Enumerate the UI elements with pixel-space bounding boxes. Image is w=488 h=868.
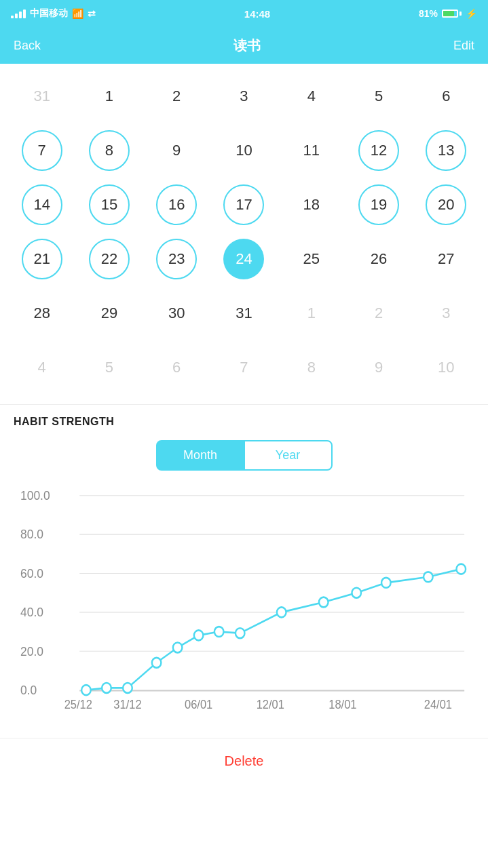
svg-text:80.0: 80.0 [20, 527, 43, 542]
calendar-day-number: 8 [89, 130, 130, 171]
svg-point-22 [319, 597, 329, 608]
calendar-cell[interactable]: 31 [8, 71, 75, 122]
calendar-cell[interactable]: 14 [8, 179, 75, 231]
calendar-cell[interactable]: 20 [413, 179, 480, 231]
nav-title: 读书 [233, 37, 261, 55]
calendar-cell[interactable]: 23 [143, 233, 210, 285]
svg-point-23 [352, 588, 361, 598]
calendar-cell[interactable]: 25 [278, 233, 345, 285]
calendar-day-number: 10 [223, 130, 264, 171]
calendar-cell[interactable]: 17 [210, 179, 278, 231]
calendar-cell[interactable]: 2 [143, 71, 210, 122]
calendar-cell[interactable]: 2 [345, 288, 412, 339]
calendar-cell[interactable]: 7 [8, 125, 75, 176]
svg-text:12/01: 12/01 [257, 698, 284, 712]
status-bar: 中国移动 📶 ⇄ 14:48 81% ⚡ [0, 0, 488, 27]
calendar-cell[interactable]: 28 [8, 288, 75, 339]
calendar-day-number: 27 [426, 239, 466, 279]
calendar-day-number: 15 [89, 184, 130, 225]
calendar-day-number: 12 [358, 130, 399, 171]
calendar-day-number: 6 [156, 347, 197, 388]
calendar: 3112345678910111213141516171819202122232… [0, 64, 488, 393]
calendar-cell[interactable]: 8 [278, 342, 345, 393]
calendar-cell[interactable]: 13 [413, 125, 480, 176]
calendar-cell[interactable]: 8 [75, 125, 143, 176]
back-button[interactable]: Back [14, 39, 41, 53]
calendar-day-number: 26 [358, 239, 399, 279]
calendar-cell[interactable]: 4 [278, 71, 345, 122]
svg-point-19 [214, 627, 224, 637]
calendar-day-number: 11 [291, 130, 332, 171]
svg-point-26 [457, 564, 466, 574]
calendar-day-number: 16 [156, 184, 197, 225]
calendar-day-number: 17 [223, 184, 264, 225]
battery-icon [442, 9, 462, 18]
calendar-cell[interactable]: 6 [143, 342, 210, 393]
wifi-icon: 📶 [72, 8, 83, 19]
charge-icon: ⚡ [466, 8, 477, 19]
calendar-cell[interactable]: 30 [143, 288, 210, 339]
calendar-cell[interactable]: 26 [345, 233, 412, 285]
nav-bar: Back 读书 Edit [0, 27, 488, 64]
calendar-day-number: 30 [156, 293, 197, 334]
calendar-day-number: 18 [291, 184, 332, 225]
calendar-cell[interactable]: 27 [413, 233, 480, 285]
calendar-day-number: 13 [426, 130, 466, 171]
svg-text:60.0: 60.0 [20, 566, 43, 580]
calendar-day-number: 28 [22, 293, 62, 334]
calendar-cell[interactable]: 4 [8, 342, 75, 393]
calendar-day-number: 24 [223, 239, 264, 279]
svg-text:0.0: 0.0 [20, 682, 37, 697]
calendar-cell[interactable]: 19 [345, 179, 412, 231]
svg-point-14 [102, 683, 111, 693]
status-left: 中国移动 📶 ⇄ [11, 7, 96, 20]
calendar-cell[interactable]: 21 [8, 233, 75, 285]
svg-point-24 [381, 578, 391, 588]
calendar-cell[interactable]: 1 [75, 71, 143, 122]
signal-icon [11, 9, 26, 18]
toggle-year-button[interactable]: Year [244, 440, 333, 471]
calendar-cell[interactable]: 11 [278, 125, 345, 176]
calendar-cell[interactable]: 10 [210, 125, 278, 176]
svg-point-15 [123, 683, 132, 693]
calendar-day-number: 9 [156, 130, 197, 171]
calendar-day-number: 19 [358, 184, 399, 225]
calendar-cell[interactable]: 18 [278, 179, 345, 231]
edit-button[interactable]: Edit [453, 39, 474, 53]
svg-text:31/12: 31/12 [113, 698, 141, 712]
calendar-cell[interactable]: 16 [143, 179, 210, 231]
calendar-cell[interactable]: 9 [143, 125, 210, 176]
calendar-cell[interactable]: 22 [75, 233, 143, 285]
calendar-day-number: 10 [426, 347, 466, 388]
svg-text:18/01: 18/01 [329, 698, 356, 712]
calendar-day-number: 7 [223, 347, 264, 388]
calendar-day-number: 29 [89, 293, 130, 334]
calendar-day-number: 9 [358, 347, 399, 388]
delete-section: Delete [0, 738, 488, 784]
calendar-cell[interactable]: 31 [210, 288, 278, 339]
calendar-cell[interactable]: 9 [345, 342, 412, 393]
calendar-day-number: 31 [22, 76, 62, 117]
calendar-cell[interactable]: 24 [210, 233, 278, 285]
calendar-cell[interactable]: 1 [278, 288, 345, 339]
calendar-cell[interactable]: 10 [413, 342, 480, 393]
calendar-cell[interactable]: 29 [75, 288, 143, 339]
calendar-cell[interactable]: 15 [75, 179, 143, 231]
calendar-grid: 3112345678910111213141516171819202122232… [8, 71, 480, 393]
section-divider [0, 404, 488, 405]
calendar-cell[interactable]: 6 [413, 71, 480, 122]
battery-percent: 81% [419, 8, 438, 19]
calendar-cell[interactable]: 7 [210, 342, 278, 393]
calendar-day-number: 2 [156, 76, 197, 117]
calendar-day-number: 5 [89, 347, 130, 388]
calendar-day-number: 25 [291, 239, 332, 279]
calendar-cell[interactable]: 5 [345, 71, 412, 122]
toggle-month-button[interactable]: Month [156, 440, 244, 471]
calendar-cell[interactable]: 5 [75, 342, 143, 393]
calendar-day-number: 4 [22, 347, 62, 388]
svg-point-21 [277, 607, 286, 617]
calendar-cell[interactable]: 3 [413, 288, 480, 339]
calendar-cell[interactable]: 3 [210, 71, 278, 122]
delete-button[interactable]: Delete [225, 753, 264, 769]
calendar-cell[interactable]: 12 [345, 125, 412, 176]
